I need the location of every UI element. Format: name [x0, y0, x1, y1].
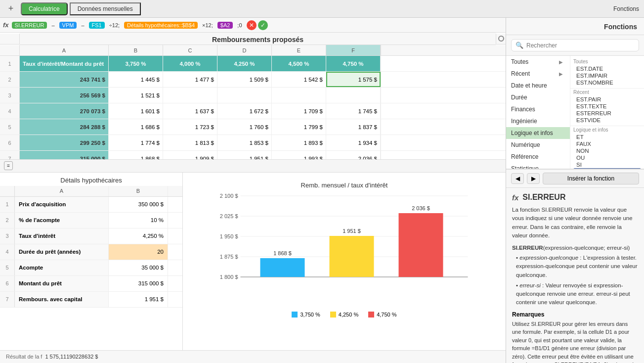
func-item-estnombre[interactable]: EST.NOMBRE [573, 79, 641, 86]
lower-cell-label-2[interactable]: % de l'acompte [15, 213, 109, 228]
cat-date[interactable]: Date et heure [506, 80, 570, 91]
token-details[interactable]: Détails hypothécaires::$B$4 [124, 22, 198, 29]
lower-col-b-header[interactable]: B [109, 186, 168, 196]
cell-r4-c3[interactable]: 1 672 $ [217, 103, 272, 119]
cell-r7-c1[interactable]: 1 868 $ [109, 151, 163, 159]
cell-r7-c4[interactable]: 1 993 $ [272, 151, 326, 159]
cell-r5-c4[interactable]: 1 799 $ [272, 119, 326, 135]
search-box[interactable]: 🔍 [511, 39, 639, 51]
cell-r1-c2[interactable]: 4,000 % [163, 56, 217, 71]
lower-cell-label-7[interactable]: Rembours. avec capital [15, 292, 109, 307]
cell-r2-c1[interactable]: 1 445 $ [109, 72, 163, 87]
cell-r3-c1[interactable]: 1 521 $ [109, 88, 163, 103]
prev-func-button[interactable]: ◀ [511, 173, 524, 184]
func-item-et[interactable]: ET [573, 134, 641, 140]
cell-r6-c1[interactable]: 1 774 $ [109, 135, 163, 150]
func-item-non[interactable]: NON [573, 147, 641, 154]
func-item-estimpair[interactable]: EST.IMPAIR [573, 72, 641, 79]
cell-r7-c2[interactable]: 1 909 $ [163, 151, 217, 159]
cell-r6-c3[interactable]: 1 853 $ [217, 135, 272, 150]
cell-r5-c3[interactable]: 1 760 $ [217, 119, 272, 135]
formula-cancel-button[interactable]: ✕ [247, 20, 257, 30]
cat-logique[interactable]: Logique et infos [506, 127, 570, 139]
cell-r3-c2[interactable] [163, 88, 217, 103]
token-fs1[interactable]: FS1 [89, 22, 105, 29]
lower-cell-label-1[interactable]: Prix d'acquisition [15, 197, 109, 212]
cat-reference[interactable]: Référence [506, 151, 570, 163]
cell-r1-c1[interactable]: 3,750 % [109, 56, 163, 71]
cell-r5-c2[interactable]: 1 723 $ [163, 119, 217, 135]
lower-col-a-header[interactable]: A [15, 186, 109, 196]
cell-r4-c2[interactable]: 1 637 $ [163, 103, 217, 119]
cell-r3-c0[interactable]: 256 569 $ [20, 88, 109, 103]
col-header-a[interactable]: A [20, 45, 109, 55]
cat-recent[interactable]: Récent ▶ [506, 68, 570, 80]
insert-function-button[interactable]: Insérer la fonction [543, 173, 639, 184]
col-header-f[interactable]: F [326, 45, 381, 55]
func-item-estvide[interactable]: ESTVIDE [573, 117, 641, 124]
cell-r7-c3[interactable]: 1 951 $ [217, 151, 272, 159]
cat-numerique[interactable]: Numérique [506, 139, 570, 151]
lower-cell-value-3[interactable]: 4,250 % [109, 228, 168, 244]
cell-r1-c4[interactable]: 4,500 % [272, 56, 326, 71]
cell-r4-c5[interactable]: 1 745 $ [326, 103, 381, 119]
cell-r5-c5[interactable]: 1 837 $ [326, 119, 381, 135]
cell-r4-c1[interactable]: 1 601 $ [109, 103, 163, 119]
cell-r2-c3[interactable]: 1 509 $ [217, 72, 272, 87]
tab-calculatrice[interactable]: Calculatrice [21, 2, 68, 15]
cell-r1-c3[interactable]: 4,250 % [217, 56, 272, 71]
token-vpm[interactable]: VPM [59, 22, 77, 29]
cell-r1-c5[interactable]: 4,750 % [326, 56, 381, 71]
lower-cell-label-4[interactable]: Durée du prêt (années) [15, 244, 109, 260]
func-item-si[interactable]: SI [573, 161, 641, 168]
cell-r3-c3[interactable] [217, 88, 272, 103]
cell-r7-c0[interactable]: 315 000 $ [20, 151, 109, 159]
cat-duree[interactable]: Durée [506, 91, 570, 103]
col-header-e[interactable]: E [272, 45, 326, 55]
cell-r2-c0[interactable]: 243 741 $ [20, 72, 109, 87]
lower-cell-label-5[interactable]: Acompte [15, 260, 109, 275]
func-item-esterreur[interactable]: ESTERREUR [573, 110, 641, 117]
func-item-ou[interactable]: OU [573, 154, 641, 161]
lower-cell-label-3[interactable]: Taux d'intérêt [15, 228, 109, 244]
cell-r1-c0[interactable]: Taux d'intérêt/Montant du prêt [20, 56, 109, 71]
token-sierreur[interactable]: SI.ERREUR [12, 22, 47, 29]
cell-r2-c5[interactable]: 1 575 $ [326, 72, 381, 87]
col-header-d[interactable]: D [217, 45, 272, 55]
token-a2[interactable]: $A2 [217, 22, 233, 29]
func-item-estdate[interactable]: EST.DATE [573, 65, 641, 72]
func-item-esttexte[interactable]: EST.TEXTE [573, 103, 641, 110]
cat-finances[interactable]: Finances [506, 103, 570, 115]
lower-cell-value-5[interactable]: 35 000 $ [109, 260, 168, 275]
cat-ingenierie[interactable]: Ingénierie [506, 115, 570, 127]
search-input[interactable] [526, 42, 635, 49]
lower-cell-value-2[interactable]: 10 % [109, 213, 168, 228]
cell-r5-c0[interactable]: 284 288 $ [20, 119, 109, 135]
cell-r2-c4[interactable]: 1 542 $ [272, 72, 326, 87]
cell-r3-c5[interactable] [326, 88, 381, 103]
cell-r6-c2[interactable]: 1 813 $ [163, 135, 217, 150]
cell-r2-c2[interactable]: 1 477 $ [163, 72, 217, 87]
cell-r6-c5[interactable]: 1 934 $ [326, 135, 381, 150]
lower-cell-value-4[interactable]: 20 [109, 244, 168, 260]
func-item-faux[interactable]: FAUX [573, 140, 641, 147]
formula-confirm-button[interactable]: ✓ [258, 20, 268, 30]
cell-r5-c1[interactable]: 1 686 $ [109, 119, 163, 135]
lower-cell-label-6[interactable]: Montant du prêt [15, 276, 109, 291]
lower-cell-value-6[interactable]: 315 000 $ [109, 276, 168, 291]
next-func-button[interactable]: ▶ [527, 173, 540, 184]
add-sheet-button[interactable]: + [5, 3, 17, 15]
lower-cell-value-7[interactable]: 1 951 $ [109, 292, 168, 307]
func-item-sierreur[interactable]: SI.ERREUR [573, 168, 641, 169]
cell-r7-c5[interactable]: 2 036 $ [326, 151, 381, 159]
tab-donnees-mensuelles[interactable]: Données mensuelles [70, 2, 141, 15]
lower-cell-value-1[interactable]: 350 000 $ [109, 197, 168, 212]
func-item-estpair[interactable]: EST.PAIR [573, 96, 641, 103]
col-header-c[interactable]: C [163, 45, 217, 55]
cat-statistique[interactable]: Statistique [506, 163, 570, 169]
cat-toutes[interactable]: Toutes ▶ [506, 56, 570, 68]
equals-button[interactable]: = [4, 161, 13, 170]
cell-r4-c0[interactable]: 270 073 $ [20, 103, 109, 119]
cell-r6-c0[interactable]: 299 250 $ [20, 135, 109, 150]
cell-r3-c4[interactable] [272, 88, 326, 103]
